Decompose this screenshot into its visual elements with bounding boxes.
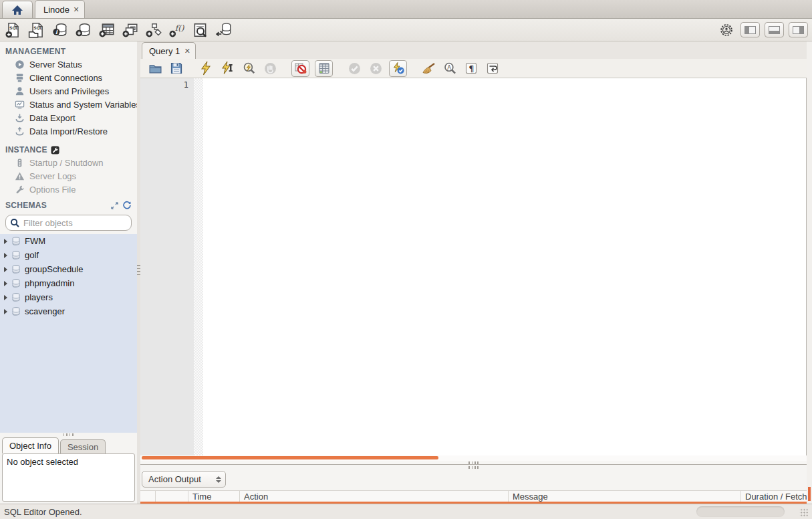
sidebar-item-status-variables[interactable]: Status and System Variables bbox=[0, 98, 137, 111]
tab-object-info[interactable]: Object Info bbox=[2, 437, 59, 453]
stop-button[interactable] bbox=[262, 60, 278, 76]
schema-filter-input[interactable] bbox=[23, 218, 141, 228]
search-table-data-button[interactable] bbox=[191, 21, 210, 39]
schema-row-players[interactable]: players bbox=[0, 290, 137, 304]
output-selector-label: Action Output bbox=[148, 474, 216, 484]
sidebar-item-server-logs[interactable]: Server Logs bbox=[0, 169, 137, 183]
create-view-button[interactable] bbox=[121, 21, 140, 39]
create-schema-button[interactable] bbox=[74, 21, 93, 39]
query-tab[interactable]: Query 1 × bbox=[142, 42, 196, 59]
line-number: 1 bbox=[184, 80, 188, 90]
options-file-icon bbox=[15, 185, 25, 195]
execute-button[interactable] bbox=[198, 60, 214, 76]
sidebar-item-label: Server Status bbox=[29, 60, 82, 70]
resize-grip[interactable] bbox=[799, 508, 808, 516]
sidebar-item-users-privileges[interactable]: Users and Privileges bbox=[0, 84, 137, 98]
schema-row-scavenger[interactable]: scavenger bbox=[0, 304, 137, 318]
search-icon bbox=[10, 218, 20, 228]
instance-config-icon[interactable] bbox=[51, 146, 59, 154]
tab-session[interactable]: Session bbox=[60, 439, 106, 453]
sidebar-item-label: Server Logs bbox=[29, 171, 76, 181]
limit-rows-toggle[interactable] bbox=[315, 60, 333, 77]
schema-row-groupschedule[interactable]: groupSchedule bbox=[0, 262, 137, 276]
sidebar-item-label: Client Connections bbox=[29, 73, 102, 83]
new-sql-tab-button[interactable]: SQL bbox=[4, 21, 23, 39]
schema-icon bbox=[11, 306, 21, 316]
rollback-button[interactable] bbox=[368, 60, 384, 76]
expand-arrow-icon[interactable] bbox=[4, 309, 7, 314]
create-table-button[interactable] bbox=[98, 21, 116, 39]
database-info-button[interactable]: i bbox=[51, 21, 70, 39]
toggle-left-sidebar-icon bbox=[745, 26, 756, 34]
schema-icon bbox=[11, 236, 21, 246]
explain-button[interactable] bbox=[241, 60, 257, 76]
output-col-duration[interactable]: Duration / Fetch bbox=[740, 491, 807, 502]
toggle-left-sidebar-button[interactable] bbox=[740, 22, 760, 37]
management-header-label: MANAGEMENT bbox=[5, 47, 65, 56]
expand-arrow-icon[interactable] bbox=[4, 253, 7, 258]
scrollbar-thumb[interactable] bbox=[142, 456, 438, 459]
navigator-sidebar: MANAGEMENT Server Status Client Connecti… bbox=[0, 41, 137, 504]
preferences-button[interactable] bbox=[717, 21, 736, 39]
sidebar-item-data-import[interactable]: Data Import/Restore bbox=[0, 124, 137, 138]
sql-text-area[interactable] bbox=[203, 78, 807, 455]
connection-tab[interactable]: Linode × bbox=[35, 0, 85, 18]
stop-on-error-toggle[interactable] bbox=[291, 60, 309, 77]
sidebar-item-startup-shutdown[interactable]: Startup / Shutdown bbox=[0, 156, 137, 169]
save-script-button[interactable] bbox=[168, 60, 184, 76]
create-procedure-button[interactable] bbox=[144, 21, 163, 39]
output-vertical-scrollbar[interactable] bbox=[808, 487, 811, 501]
refresh-schemas-icon[interactable] bbox=[122, 201, 132, 210]
output-col-index[interactable] bbox=[155, 491, 188, 502]
code-fold-margin bbox=[194, 78, 203, 455]
execute-current-button[interactable] bbox=[219, 60, 235, 76]
expand-arrow-icon[interactable] bbox=[4, 239, 7, 244]
schema-row-phpmyadmin[interactable]: phpmyadmin bbox=[0, 276, 137, 290]
close-tab-icon[interactable]: × bbox=[74, 5, 79, 14]
open-sql-script-button[interactable]: SQL bbox=[27, 21, 46, 39]
find-button[interactable]: A bbox=[442, 60, 458, 76]
sidebar-item-label: Users and Privileges bbox=[29, 86, 109, 96]
schema-row-golf[interactable]: golf bbox=[0, 248, 137, 262]
sidebar-item-data-export[interactable]: Data Export bbox=[0, 111, 137, 124]
sidebar-vertical-splitter[interactable] bbox=[137, 41, 140, 504]
expand-arrow-icon[interactable] bbox=[4, 267, 7, 272]
output-col-status[interactable] bbox=[140, 491, 155, 502]
schema-label: phpmyadmin bbox=[25, 278, 74, 288]
close-query-tab-icon[interactable]: × bbox=[184, 46, 190, 56]
output-col-message[interactable]: Message bbox=[508, 491, 740, 502]
reconnect-dbms-button[interactable] bbox=[215, 21, 233, 39]
splitter-grip bbox=[468, 466, 479, 469]
status-message: SQL Editor Opened. bbox=[4, 507, 82, 517]
output-col-action[interactable]: Action bbox=[239, 491, 508, 502]
home-tab[interactable] bbox=[2, 1, 33, 18]
commit-button[interactable] bbox=[346, 60, 362, 76]
autocommit-toggle[interactable] bbox=[389, 60, 407, 77]
expand-arrow-icon[interactable] bbox=[4, 281, 7, 286]
object-info-message: No object selected bbox=[7, 457, 78, 467]
schema-icon bbox=[11, 278, 21, 288]
management-section-header: MANAGEMENT bbox=[0, 45, 137, 58]
sidebar-item-options-file[interactable]: Options File bbox=[0, 183, 137, 196]
toggle-bottom-output-button[interactable] bbox=[765, 22, 784, 37]
schema-label: scavenger bbox=[25, 306, 65, 316]
query-tab-bar: Query 1 × bbox=[140, 41, 807, 59]
open-script-button[interactable] bbox=[147, 60, 163, 76]
startup-shutdown-icon bbox=[15, 158, 25, 168]
sidebar-item-client-connections[interactable]: Client Connections bbox=[0, 71, 137, 84]
schemas-header-label: SCHEMAS bbox=[5, 201, 47, 210]
expand-arrow-icon[interactable] bbox=[4, 295, 7, 300]
beautify-button[interactable] bbox=[420, 60, 436, 76]
output-col-time[interactable]: Time bbox=[188, 491, 239, 502]
toggle-right-sidebar-button[interactable] bbox=[789, 22, 808, 37]
schemas-section-header: SCHEMAS bbox=[0, 199, 137, 211]
wrap-text-button[interactable] bbox=[485, 60, 501, 76]
schema-row-fwm[interactable]: FWM bbox=[0, 234, 137, 248]
output-selector[interactable]: Action Output bbox=[142, 471, 226, 488]
schema-label: golf bbox=[25, 250, 39, 260]
sidebar-item-server-status[interactable]: Server Status bbox=[0, 58, 137, 71]
expand-schemas-icon[interactable] bbox=[110, 201, 119, 210]
show-invisibles-button[interactable]: ¶ bbox=[463, 60, 479, 76]
create-function-button[interactable]: f() bbox=[168, 21, 186, 39]
server-logs-icon bbox=[15, 171, 25, 181]
